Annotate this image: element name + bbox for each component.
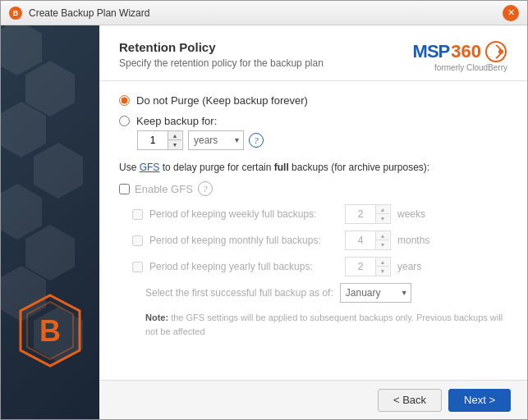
header-top: Retention Policy Specify the retention p… — [119, 40, 507, 72]
radio-keep-backup-input[interactable] — [119, 116, 130, 126]
content-area: B Retention Policy Specify the retention… — [1, 25, 527, 419]
title-bar-left: B Create Backup Plan Wizard — [9, 7, 149, 20]
gfs-yearly-row: Period of keeping yearly full backups: ▲… — [132, 257, 507, 276]
gfs-help-icon[interactable]: ? — [198, 181, 213, 196]
radio-keep-backup[interactable]: Keep backup for: — [119, 115, 507, 127]
sidebar-logo: B — [17, 294, 83, 370]
gfs-monthly-unit: months — [397, 235, 429, 246]
page-subtitle: Specify the retention policy for the bac… — [119, 57, 324, 69]
gfs-monthly-up: ▲ — [376, 231, 389, 240]
keep-number-wrap: ▲ ▼ — [137, 130, 183, 150]
gfs-weekly-label: Period of keeping weekly full backups: — [149, 208, 338, 220]
gfs-options: Period of keeping weekly full backups: ▲… — [119, 204, 507, 338]
enable-gfs-label: Enable GFS — [135, 183, 193, 195]
keep-unit-wrap: days weeks months years ▼ — [188, 130, 244, 150]
gfs-weekly-down: ▼ — [376, 214, 389, 223]
gfs-monthly-input — [346, 233, 375, 248]
note-label: Note: — [145, 313, 168, 322]
gfs-monthly-spin: ▲ ▼ — [375, 231, 389, 249]
close-button[interactable]: ✕ — [503, 5, 519, 21]
keep-spin-up[interactable]: ▲ — [168, 131, 181, 140]
gfs-description: Use GFS to delay purge for certain full … — [119, 160, 507, 175]
window-title: Create Backup Plan Wizard — [29, 7, 149, 19]
msp-logo: MSP 360 formerly CloudBerry — [413, 40, 507, 72]
msp-formerly: formerly CloudBerry — [434, 63, 507, 72]
gfs-yearly-spin: ▲ ▼ — [375, 258, 389, 276]
keep-backup-row: ▲ ▼ days weeks months years ▼ ? — [137, 130, 507, 150]
keep-number-input[interactable] — [138, 133, 168, 148]
month-select[interactable]: January February March April May June Ju… — [340, 283, 411, 303]
gfs-yearly-label: Period of keeping yearly full backups: — [149, 261, 338, 272]
gfs-monthly-down: ▼ — [376, 240, 389, 249]
gfs-monthly-number-wrap: ▲ ▼ — [345, 231, 391, 250]
gfs-text-before: Use — [119, 162, 140, 173]
note-content: the GFS settings will be applied to subs… — [145, 313, 503, 336]
svg-text:B: B — [39, 314, 61, 348]
gfs-yearly-input — [346, 259, 375, 274]
gfs-yearly-checkbox[interactable] — [132, 262, 143, 272]
note-text: Note: the GFS settings will be applied t… — [132, 311, 507, 338]
window: B Create Backup Plan Wizard ✕ B — [0, 0, 528, 420]
keep-spin-down[interactable]: ▼ — [168, 140, 181, 149]
form-area: Do not Purge (Keep backup forever) Keep … — [99, 81, 527, 380]
gfs-weekly-input — [346, 207, 375, 221]
gfs-weekly-row: Period of keeping weekly full backups: ▲… — [132, 204, 507, 224]
header: Retention Policy Specify the retention p… — [99, 25, 527, 81]
first-backup-row: Select the first successful full backup … — [132, 283, 507, 303]
msp-logo-360: 360 — [451, 41, 481, 62]
app-icon: B — [9, 7, 22, 20]
msp-logo-icon — [484, 40, 507, 63]
gfs-yearly-unit: years — [397, 261, 421, 272]
keep-spin-btns: ▲ ▼ — [168, 131, 181, 149]
title-bar: B Create Backup Plan Wizard ✕ — [1, 1, 527, 25]
gfs-yearly-up: ▲ — [376, 258, 389, 267]
gfs-monthly-label: Period of keeping monthly full backups: — [149, 235, 338, 246]
gfs-link[interactable]: GFS — [140, 162, 160, 173]
gfs-weekly-unit: weeks — [397, 208, 425, 220]
radio-no-purge-label: Do not Purge (Keep backup forever) — [136, 94, 308, 107]
gfs-monthly-checkbox[interactable] — [132, 235, 143, 246]
radio-no-purge-input[interactable] — [119, 95, 130, 106]
enable-gfs-checkbox[interactable] — [119, 184, 130, 194]
month-select-wrap: January February March April May June Ju… — [340, 283, 411, 303]
page-title: Retention Policy — [119, 40, 324, 54]
gfs-text-after: to delay purge for certain full backups … — [159, 162, 429, 173]
gfs-monthly-row: Period of keeping monthly full backups: … — [132, 231, 507, 250]
gfs-weekly-up: ▲ — [376, 205, 389, 214]
msp-logo-text: MSP — [413, 41, 450, 62]
back-button[interactable]: < Back — [378, 389, 442, 412]
enable-gfs-row: Enable GFS ? — [119, 181, 507, 196]
gfs-weekly-number-wrap: ▲ ▼ — [345, 204, 391, 224]
svg-point-4 — [498, 49, 503, 54]
keep-unit-select[interactable]: days weeks months years — [188, 130, 244, 150]
main-content: Retention Policy Specify the retention p… — [99, 25, 527, 419]
next-button[interactable]: Next > — [448, 389, 511, 412]
sidebar: B — [1, 25, 99, 419]
gfs-weekly-spin: ▲ ▼ — [375, 205, 389, 223]
radio-no-purge[interactable]: Do not Purge (Keep backup forever) — [119, 94, 507, 107]
gfs-yearly-number-wrap: ▲ ▼ — [345, 257, 391, 276]
header-text: Retention Policy Specify the retention p… — [119, 40, 324, 69]
radio-keep-backup-label: Keep backup for: — [136, 115, 217, 127]
footer: < Back Next > — [99, 380, 527, 419]
first-backup-label: Select the first successful full backup … — [145, 287, 333, 299]
keep-help-icon[interactable]: ? — [249, 133, 264, 148]
gfs-weekly-checkbox[interactable] — [132, 209, 143, 220]
gfs-yearly-down: ▼ — [376, 267, 389, 276]
